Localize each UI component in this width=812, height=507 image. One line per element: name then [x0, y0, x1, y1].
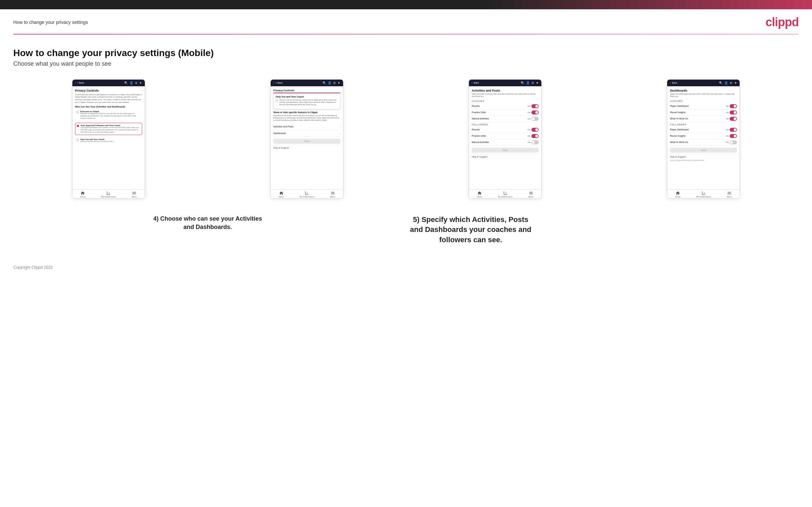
screen2-tab-label: Privacy Controls: [273, 89, 341, 92]
screenshot-group-1: ‹ < Back 🔍 👤 ⚙ ▼ Privacy Controls Contro…: [13, 79, 204, 199]
on-label-2: ON: [527, 111, 530, 113]
footer-home-1[interactable]: Home: [80, 191, 85, 198]
toggle-coaches-insights[interactable]: [730, 111, 737, 114]
search-icon[interactable]: 🔍: [124, 81, 128, 84]
mockup-3: ‹ Back 🔍 👤 ⚙ ▼ Activities and Posts Sele…: [469, 79, 542, 199]
option2-desc: Only approved followers and coaches you …: [81, 126, 141, 133]
coaches-practice-label: Practice Drills: [471, 111, 486, 113]
footer-menu-1[interactable]: Menu: [132, 191, 137, 198]
footer-home-3[interactable]: Home: [477, 191, 482, 198]
toggle-followers-insights[interactable]: [730, 134, 737, 138]
save-button-4[interactable]: Save: [670, 148, 737, 153]
coaches-rounds-row: Rounds ON: [471, 103, 539, 110]
screenshot-group-4: ‹ Back 🔍 👤 ⚙ ▼ Dashboards Select the das…: [608, 79, 799, 199]
more-icon-2[interactable]: ▼: [338, 81, 341, 84]
footer-performance-1[interactable]: My Performance: [101, 191, 116, 198]
followers-label-4: FOLLOWERS: [670, 123, 737, 126]
activities-posts-row[interactable]: Activities and Posts ›: [273, 123, 341, 130]
followers-label-3: FOLLOWERS: [471, 123, 539, 126]
page-heading: How to change your privacy settings (Mob…: [13, 48, 799, 58]
mockup1-nav: ‹ < Back 🔍 👤 ⚙ ▼: [72, 79, 145, 86]
show-hide-desc: Regardless of the privacy controls that …: [273, 114, 341, 121]
nav-icons-4: 🔍 👤 ⚙ ▼: [719, 81, 737, 84]
dashboards-title: Dashboards: [670, 89, 737, 92]
followers-rounds-row: Rounds ON: [471, 127, 539, 133]
activities-title: Activities and Posts: [471, 89, 539, 92]
mockup4-nav: ‹ Back 🔍 👤 ⚙ ▼: [667, 79, 740, 86]
footer-performance-4[interactable]: My Performance: [697, 191, 711, 198]
footer-home-4[interactable]: Home: [675, 191, 680, 198]
back-button-4[interactable]: ‹ Back: [670, 81, 677, 84]
mockup-4: ‹ Back 🔍 👤 ⚙ ▼ Dashboards Select the das…: [667, 79, 740, 199]
mockup1-footer: Home My Performance Menu: [72, 189, 145, 199]
coaches-label-3: COACHES: [471, 100, 539, 102]
back-button-2[interactable]: ‹ < Back: [273, 81, 283, 84]
back-button-1[interactable]: ‹ < Back: [75, 81, 84, 84]
radio-dot-1: [77, 111, 79, 113]
option1-desc: Everyone on Clippd can search for you an…: [81, 112, 141, 119]
screenshot-group-2: ‹ < Back 🔍 👤 ⚙ ▼ Privacy Controls: [211, 79, 402, 199]
settings-icon[interactable]: ⚙: [135, 81, 138, 84]
footer-menu-2[interactable]: Menu: [330, 191, 335, 198]
radio-option-coach-only[interactable]: Only You and Your Coach Only you and the…: [75, 137, 142, 144]
radio-option-followers[interactable]: Only Approved Followers and Your Coach O…: [75, 123, 142, 135]
user-icon-3[interactable]: 👤: [526, 81, 530, 84]
toggle-coaches-work[interactable]: [730, 117, 737, 121]
toggle-coaches-manual[interactable]: [531, 117, 539, 121]
copyright: Copyright Clippd 2022: [13, 265, 53, 270]
followers-rounds-label: Rounds: [471, 128, 479, 131]
back-button-3[interactable]: ‹ Back: [471, 81, 479, 84]
caption-group-4: 4) Choose who can see your Activities an…: [13, 207, 402, 245]
caption-4: 4) Choose who can see your Activities an…: [151, 215, 264, 245]
settings-icon-3[interactable]: ⚙: [531, 81, 534, 84]
followers-manual-row: Manual Activities ON: [471, 139, 539, 146]
save-button-3[interactable]: Save: [471, 148, 539, 153]
coaches-practice-row: Practice Drills ON: [471, 110, 539, 116]
settings-icon-4[interactable]: ⚙: [730, 81, 732, 84]
coaches-player-dashboard-row: Player Dashboard ON: [670, 103, 737, 110]
mockup1-content: Privacy Controls Control how you and you…: [72, 86, 145, 189]
search-icon-4[interactable]: 🔍: [719, 81, 723, 84]
settings-icon-2[interactable]: ⚙: [333, 81, 336, 84]
on-label-7: ON: [726, 105, 729, 107]
footer-menu-3[interactable]: Menu: [528, 191, 534, 198]
popup-radio-dot: [276, 99, 278, 102]
toggle-followers-rounds[interactable]: [531, 128, 539, 132]
coaches-manual-label: Manual Activities: [471, 117, 489, 120]
toggle-followers-player[interactable]: [730, 128, 737, 132]
more-icon-4[interactable]: ▼: [734, 81, 737, 84]
footer-performance-3[interactable]: My Performance: [498, 191, 513, 198]
followers-work-label: What To Work On: [670, 141, 688, 143]
toggle-followers-work[interactable]: [730, 140, 737, 144]
toggle-coaches-player[interactable]: [730, 104, 737, 108]
user-icon-2[interactable]: 👤: [328, 81, 332, 84]
nav-icons-1: 🔍 👤 ⚙ ▼: [124, 81, 142, 84]
dashboards-row[interactable]: Dashboards ›: [273, 130, 341, 137]
chevron-dashboards: ›: [340, 132, 341, 135]
toggle-coaches-practice[interactable]: [531, 111, 539, 114]
dashboards-desc: Select the dashboards that you'd like to…: [670, 93, 737, 98]
mockup4-footer: Home My Performance Menu: [667, 189, 740, 199]
save-button-2[interactable]: Save: [273, 139, 341, 144]
footer-performance-2[interactable]: My Performance: [300, 191, 314, 198]
help-support-3: Help & Support: [471, 154, 539, 159]
more-icon[interactable]: ▼: [139, 81, 142, 84]
popup-title: Only You and Your Coach: [276, 96, 338, 98]
toggle-followers-manual[interactable]: [531, 140, 539, 144]
page-footer: Copyright Clippd 2022: [0, 245, 812, 276]
mockup2-content: Privacy Controls Only You and Your Coach…: [271, 86, 343, 189]
user-icon-4[interactable]: 👤: [724, 81, 728, 84]
user-icon[interactable]: 👤: [130, 81, 133, 84]
toggle-followers-practice[interactable]: [531, 134, 539, 138]
search-icon-3[interactable]: 🔍: [521, 81, 524, 84]
radio-option-everyone[interactable]: Everyone on Clippd Everyone on Clippd ca…: [75, 109, 142, 121]
footer-menu-4[interactable]: Menu: [727, 191, 732, 198]
search-icon-2[interactable]: 🔍: [322, 81, 326, 84]
toggle-coaches-rounds[interactable]: [531, 104, 539, 108]
caption-5: 5) Specify which Activities, Posts and D…: [410, 215, 532, 245]
more-icon-3[interactable]: ▼: [536, 81, 539, 84]
on-label-6: ON: [527, 142, 530, 143]
help-support-4: Help & Support: [670, 154, 737, 159]
mockup2-footer: Home My Performance Menu: [271, 189, 343, 199]
footer-home-2[interactable]: Home: [278, 191, 284, 198]
